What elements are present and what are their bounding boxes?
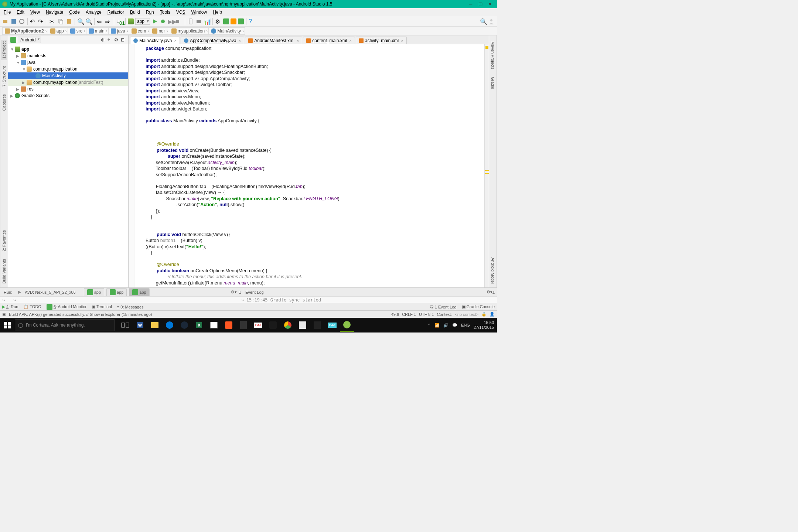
caret-position[interactable]: 49:6 — [391, 312, 399, 317]
stop-icon[interactable]: ■ — [176, 18, 183, 25]
paste-icon[interactable] — [66, 18, 72, 25]
close-tab-icon[interactable]: × — [174, 38, 176, 43]
store-icon[interactable] — [207, 318, 221, 332]
tab-event-log[interactable]: 🗨 1 Event Log — [430, 305, 457, 309]
menu-vcs[interactable]: VCS — [174, 9, 188, 16]
tab-android-monitor[interactable]: 6: Android Monitor — [47, 304, 86, 310]
taskbar-clock[interactable]: 15:50 27/11/2015 — [474, 320, 494, 330]
event-hide-icon[interactable]: ± — [492, 290, 495, 294]
calculator-icon[interactable] — [236, 318, 250, 332]
crumb-java[interactable]: java — [108, 27, 129, 35]
edge-icon[interactable] — [163, 318, 177, 332]
crumb-app[interactable]: app — [48, 27, 68, 35]
chrome-icon[interactable] — [281, 318, 295, 332]
copy-icon[interactable] — [58, 18, 64, 25]
undo-icon[interactable]: ↶ — [30, 18, 37, 25]
editor-error-stripe[interactable] — [484, 44, 489, 287]
project-view-dropdown[interactable]: Android — [18, 37, 41, 43]
android-studio-icon[interactable] — [340, 318, 354, 332]
start-button[interactable] — [0, 318, 15, 332]
status-toggle-icon[interactable]: ▣ — [2, 312, 6, 317]
crumb-pkg[interactable]: myapplication — [169, 27, 209, 35]
tool-maven[interactable]: Maven Projects — [490, 40, 496, 71]
language-indicator[interactable]: ENG — [461, 323, 470, 327]
sync-icon[interactable] — [18, 18, 25, 25]
steam-icon[interactable] — [177, 318, 191, 332]
menu-file[interactable]: File — [1, 9, 13, 16]
event-settings-icon[interactable]: ⚙▾ — [487, 290, 492, 294]
crumb-main[interactable]: main — [86, 27, 109, 35]
close-tab-icon[interactable]: × — [239, 38, 241, 43]
tool-structure[interactable]: 7: Structure — [1, 64, 7, 88]
app-icon-4[interactable]: B4A — [325, 318, 339, 332]
crumb-src[interactable]: src — [68, 27, 86, 35]
menu-run[interactable]: Run — [144, 9, 156, 16]
run-tab-2[interactable]: app — [106, 288, 127, 296]
explorer-icon[interactable] — [148, 318, 162, 332]
android-icon-2[interactable] — [231, 18, 236, 24]
forward-icon[interactable]: ⇒ — [105, 18, 112, 25]
close-button[interactable]: ✕ — [485, 1, 495, 7]
open-icon[interactable] — [2, 18, 9, 25]
tool-build-variants[interactable]: Build Variants — [1, 258, 7, 285]
tab-todo[interactable]: 📋 TODO — [23, 304, 41, 309]
tool-project[interactable]: 1: Project — [1, 40, 7, 60]
tool-gradle[interactable]: Gradle — [490, 75, 496, 91]
word-icon[interactable]: W — [133, 318, 147, 332]
structure-icon[interactable]: ⚙ — [215, 18, 222, 25]
avd-icon[interactable] — [187, 18, 194, 25]
tool-favorites[interactable]: 2: Favorites — [1, 229, 7, 253]
line-ending[interactable]: CRLF ‡ — [402, 312, 416, 317]
warning-indicator-icon[interactable] — [485, 46, 488, 49]
wifi-icon[interactable]: 📶 — [434, 323, 440, 328]
crumb-project[interactable]: MyApplication2 — [2, 27, 48, 35]
menu-tools[interactable]: Tools — [158, 9, 173, 16]
back-icon[interactable]: ⇐ — [97, 18, 103, 25]
run-icon[interactable] — [151, 18, 158, 25]
app-icon-1[interactable] — [222, 318, 236, 332]
run-settings-icon[interactable]: ⚙▾ — [231, 290, 237, 294]
excel-icon[interactable]: X — [192, 318, 206, 332]
menu-code[interactable]: Code — [67, 9, 82, 16]
tab-gradle-console[interactable]: ▣ Gradle Console — [462, 304, 495, 309]
project-tree[interactable]: ▼app ▶manifests ▼java ▼com.nqr.myapplica… — [8, 44, 128, 287]
context-value[interactable]: <no context> — [455, 312, 478, 317]
app-icon-2[interactable]: B4J — [251, 318, 265, 332]
crumb-class[interactable]: MainActivity — [208, 27, 245, 35]
cut-icon[interactable]: ✂ — [50, 18, 56, 25]
tray-expand-icon[interactable]: ⌃ — [427, 323, 431, 328]
menu-build[interactable]: Build — [128, 9, 142, 16]
redo-icon[interactable]: ↷ — [38, 18, 45, 25]
app-icon-3[interactable] — [266, 318, 280, 332]
tab-content-main[interactable]: content_main.xml× — [303, 37, 355, 44]
task-view-icon[interactable] — [118, 318, 132, 332]
tool-android-model[interactable]: Android Model — [490, 256, 496, 285]
close-tab-icon[interactable]: × — [401, 38, 403, 43]
user-icon[interactable] — [488, 18, 495, 25]
editor-gutter[interactable] — [129, 44, 134, 287]
android-icon-3[interactable] — [238, 18, 244, 24]
run-config-dropdown[interactable]: app▾ — [135, 18, 150, 25]
menu-help[interactable]: Help — [211, 9, 224, 16]
volume-icon[interactable]: 🔊 — [443, 323, 449, 328]
menu-window[interactable]: Window — [189, 9, 209, 16]
menu-view[interactable]: View — [28, 9, 42, 16]
menu-refactor[interactable]: Refactor — [105, 9, 126, 16]
help-icon[interactable]: ? — [249, 18, 255, 25]
file-encoding[interactable]: UTF-8 ‡ — [419, 312, 434, 317]
crumb-com[interactable]: com — [129, 27, 150, 35]
scroll-from-source-icon[interactable]: ⊕ — [101, 37, 106, 42]
calendar-icon[interactable] — [296, 318, 310, 332]
tab-main-activity[interactable]: MainActivity.java× — [130, 37, 180, 44]
lock-icon[interactable]: 🔒 — [481, 312, 487, 317]
collapse-all-icon[interactable]: ÷ — [108, 37, 113, 42]
tab-manifest[interactable]: AndroidManifest.xml× — [245, 37, 302, 44]
minimize-button[interactable]: ─ — [466, 1, 475, 7]
cortana-search[interactable]: ◯ I'm Cortana. Ask me anything. — [15, 319, 115, 331]
notifications-icon[interactable]: 💬 — [452, 323, 457, 328]
hide-icon[interactable]: ⊟ — [121, 37, 126, 42]
maximize-button[interactable]: ▢ — [475, 1, 485, 7]
close-tab-icon[interactable]: × — [349, 38, 351, 43]
tab-appcompat[interactable]: AppCompatActivity.java× — [181, 37, 244, 44]
run-hide-icon[interactable]: ± — [239, 290, 241, 294]
